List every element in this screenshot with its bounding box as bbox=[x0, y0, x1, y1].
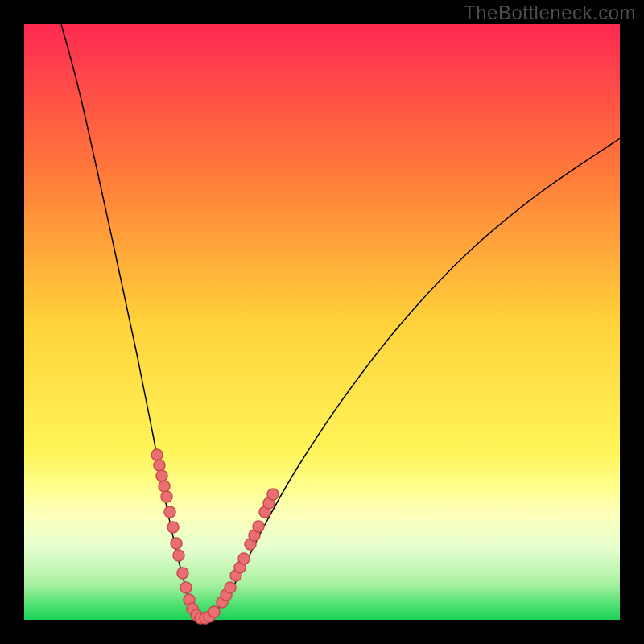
data-point bbox=[267, 489, 279, 500]
data-point bbox=[167, 522, 179, 533]
data-point bbox=[225, 582, 236, 593]
data-point bbox=[177, 568, 188, 579]
data-point bbox=[173, 550, 184, 561]
data-point bbox=[238, 553, 250, 564]
chart-frame: TheBottleneck.com bbox=[0, 0, 644, 644]
data-point bbox=[156, 470, 167, 481]
watermark-text: TheBottleneck.com bbox=[464, 2, 636, 24]
data-point bbox=[159, 481, 170, 492]
data-point bbox=[161, 491, 172, 502]
data-point bbox=[253, 521, 264, 532]
bottleneck-chart bbox=[0, 0, 644, 644]
data-point bbox=[164, 506, 175, 518]
data-point bbox=[154, 460, 165, 471]
data-point bbox=[180, 582, 192, 593]
data-point bbox=[171, 538, 182, 549]
data-point bbox=[208, 606, 220, 617]
data-point bbox=[151, 449, 163, 460]
gradient-background bbox=[24, 24, 620, 620]
